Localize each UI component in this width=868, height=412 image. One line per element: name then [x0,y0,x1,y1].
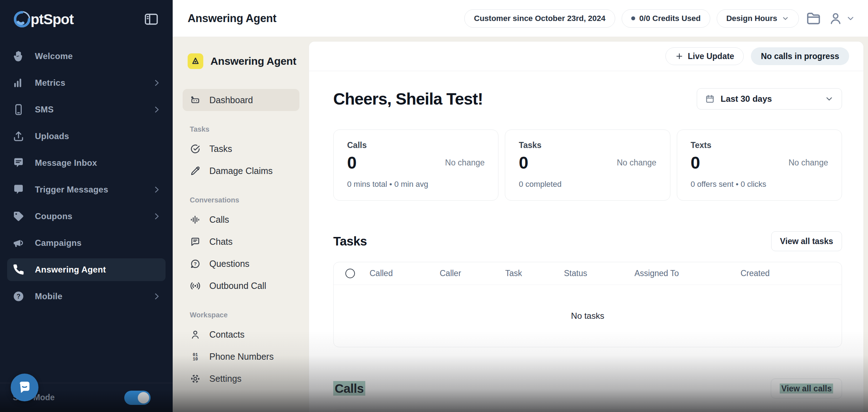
brush-icon [190,165,201,176]
subnav-item-dashboard[interactable]: Dashboard [183,89,299,111]
call-status-text: No calls in progress [761,52,839,61]
sidebar-item-label: Mobile [35,291,62,301]
person-icon [190,329,201,340]
tasks-table: Called Caller Task Status Assigned To Cr… [333,262,842,347]
svg-text:?: ? [194,261,197,266]
upload-icon [12,130,25,143]
subnav-item-label: Outbound Call [209,281,266,291]
subnav-item-chats[interactable]: Chats [183,231,299,253]
sidebar-item-label: Trigger Messages [35,185,108,195]
sidebar-item-welcome[interactable]: Welcome [7,45,166,68]
calls-table-header: Called Caller Date & Time Duration Actio… [334,410,842,412]
subnav-item-phone-numbers[interactable]: 0110 Phone Numbers [183,345,299,368]
brand-logo-icon [12,9,32,29]
stat-value: 0 [691,153,700,173]
design-hours-dropdown[interactable]: Design Hours [717,9,799,28]
column-header: Task [505,269,564,278]
stat-sub: 0 offers sent • 0 clicks [691,180,828,189]
sidebar-item-campaigns[interactable]: Campaigns [7,232,166,254]
stat-label: Calls [347,141,485,150]
sidebar-item-message-inbox[interactable]: Message Inbox [7,152,166,174]
subnav-item-label: Questions [209,259,250,269]
sidebar-collapse-button[interactable] [143,11,159,27]
sidebar-item-answering-agent[interactable]: Answering Agent [7,258,166,281]
top-header: Answering Agent Customer since October 2… [173,0,868,37]
column-header: Status [564,269,634,278]
customer-since-text: Customer since October 23rd, 2024 [474,14,605,23]
subnav-item-questions[interactable]: ? Questions [183,253,299,275]
binary-icon: 0110 [190,351,201,362]
design-hours-label: Design Hours [726,14,777,23]
toggle-knob [138,392,149,403]
sidebar-item-label: Coupons [35,211,72,221]
dashboard-panel: Live Update No calls in progress Cheers,… [309,41,864,412]
sidebar-item-sms[interactable]: SMS [7,98,166,121]
megaphone-icon [12,237,25,249]
speech-bubble-icon [12,183,25,196]
chevron-down-icon [781,15,789,22]
stat-change: No change [789,158,828,168]
stat-value: 0 [347,153,357,173]
subnav-item-label: Tasks [209,144,232,154]
view-all-tasks-button[interactable]: View all tasks [771,231,842,251]
sidebar-item-uploads[interactable]: Uploads [7,125,166,148]
subnav-item-label: Damage Claims [209,166,273,176]
select-all-checkbox[interactable] [345,269,355,278]
subnav-section-conversations: Conversations [183,196,299,204]
stat-label: Tasks [519,141,656,150]
brand-logo[interactable]: ptSpot [12,9,74,29]
sidebar-item-label: Message Inbox [35,158,97,168]
chevron-right-icon [152,78,161,88]
user-menu[interactable] [828,11,855,26]
chevron-right-icon [152,292,161,301]
staff-mode-toggle[interactable] [124,391,151,405]
date-range-dropdown[interactable]: Last 30 days [697,88,842,110]
chevron-right-icon [152,212,161,221]
calendar-icon [705,94,715,104]
subnav-item-label: Contacts [209,329,245,340]
subnav-item-contacts[interactable]: Contacts [183,323,299,345]
stat-change: No change [617,158,656,168]
secondary-sidebar: Answering Agent Dashboard Tasks Tasks Da… [173,37,309,412]
column-header: Called [370,269,440,278]
subnav-item-damage-claims[interactable]: Damage Claims [183,160,299,182]
tag-icon [12,210,25,223]
chat-widget-button[interactable] [11,374,38,401]
chat-square-icon [190,236,201,247]
page-title: Answering Agent [188,12,276,25]
stat-sub: 0 completed [519,180,656,189]
stat-sub: 0 mins total • 0 min avg [347,180,485,189]
sidebar-item-label: SMS [35,105,54,115]
gear-icon [190,373,201,384]
answering-agent-app-icon [188,53,203,69]
sidebar-item-metrics[interactable]: Metrics [7,72,166,94]
bar-chart-icon [12,76,25,89]
chevron-down-icon [846,14,855,23]
subnav-section-workspace: Workspace [183,311,299,319]
folder-icon [805,10,822,27]
sidebar-item-mobile[interactable]: ? Mobile [7,285,166,308]
subnav-item-calls[interactable]: Calls [183,208,299,231]
plus-icon [675,52,684,60]
sidebar-item-coupons[interactable]: Coupons [7,205,166,228]
subnav-item-outbound-call[interactable]: Outbound Call [183,275,299,297]
sidebar-item-label: Uploads [35,131,69,141]
view-all-calls-button[interactable]: View all calls [771,379,842,398]
subnav-item-tasks[interactable]: Tasks [183,138,299,160]
chevron-down-icon [825,94,834,104]
folder-button[interactable] [805,10,822,27]
sidebar-item-trigger-messages[interactable]: Trigger Messages [7,178,166,201]
brand-text: ptSpot [31,11,74,27]
sidebar-item-label: Campaigns [35,238,82,248]
column-header: Assigned To [634,269,741,278]
check-circle-icon [190,143,201,154]
subnav-item-label: Chats [209,237,232,247]
stat-card-texts: Texts 0 No change 0 offers sent • 0 clic… [677,130,842,201]
robot-icon [190,95,201,106]
live-update-button[interactable]: Live Update [665,47,744,65]
credits-text: 0/0 Credits Used [639,14,701,23]
stat-change: No change [445,158,485,168]
sidebar-item-label: Metrics [35,78,65,88]
phone-icon [12,263,25,276]
subnav-item-settings[interactable]: Settings [183,368,299,390]
